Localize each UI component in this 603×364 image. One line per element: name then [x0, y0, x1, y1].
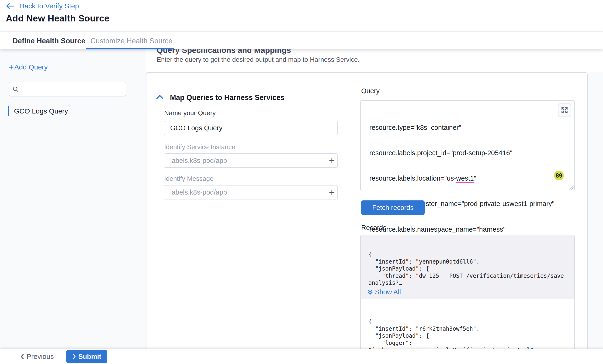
tab-customize-health-source[interactable]: Customize Health Source — [91, 32, 173, 50]
query-line: resource.labels.namespace_name="harness" — [369, 225, 554, 234]
submit-button[interactable]: Submit — [66, 350, 107, 363]
section-subtitle: Enter the query to get the desired outpu… — [157, 56, 359, 63]
tab-define-health-source[interactable]: Define Health Source — [12, 32, 85, 50]
service-instance-input[interactable] — [164, 153, 338, 168]
records-label: Records — [361, 224, 386, 232]
identify-service-instance-label: Identify Service Instance — [164, 143, 235, 151]
search-icon — [12, 86, 19, 92]
record-json: { "insertId": "yennepun0qtd6ll6", "jsonP… — [368, 251, 567, 287]
footer-bar: Previous Submit — [0, 349, 603, 364]
fetch-records-button[interactable]: Fetch records — [361, 200, 425, 215]
back-to-verify-link[interactable]: Back to Verify Step — [6, 1, 79, 11]
tab-bar: Define Health Source Customize Health So… — [0, 32, 603, 49]
chevron-up-icon[interactable] — [156, 94, 164, 101]
service-instance-plus-button[interactable]: + — [326, 153, 338, 168]
query-label: Query — [361, 87, 380, 95]
record-item: { "insertId": "r6rk2tnah3owf5eh", "jsonP… — [361, 313, 574, 349]
query-line: resource.type="k8s_container" — [369, 123, 554, 132]
section-heading: Query Specifications and Mappings — [157, 49, 291, 55]
show-all-label: Show All — [375, 288, 401, 296]
query-specifications-card: Map Queries to Harness Services Name you… — [146, 72, 588, 349]
record-item: { "insertId": "yennepun0qtd6ll6", "jsonP… — [361, 235, 574, 299]
back-link-label: Back to Verify Step — [20, 2, 79, 10]
arrow-left-icon — [6, 2, 14, 10]
search-input[interactable] — [22, 86, 120, 93]
sidebar-item-gco-logs-query[interactable]: GCO Logs Query — [0, 105, 131, 117]
message-input[interactable] — [164, 185, 338, 199]
query-search-box — [9, 82, 126, 96]
selected-query-indicator — [8, 106, 9, 116]
message-plus-button[interactable]: + — [326, 185, 338, 199]
record-json: { "insertId": "r6rk2tnah3owf5eh", "jsonP… — [368, 318, 533, 349]
submit-label: Submit — [78, 353, 101, 361]
query-line: resource.labels.project_id="prod-setup-2… — [369, 149, 554, 157]
expand-icon — [561, 106, 568, 114]
plus-icon: + — [9, 63, 14, 71]
double-chevron-down-icon — [368, 289, 373, 296]
content-area: Query Specifications and Mappings Enter … — [0, 49, 603, 349]
records-panel: { "insertId": "yennepun0qtd6ll6", "jsonP… — [360, 235, 575, 349]
query-line: resource.labels.location="us-west1" — [369, 174, 554, 182]
previous-label: Previous — [27, 353, 54, 361]
query-sidebar: + Add Query GCO Logs Query — [0, 49, 146, 349]
name-query-label: Name your Query — [164, 109, 216, 117]
map-queries-section-title: Map Queries to Harness Services — [170, 93, 284, 102]
identify-message-label: Identify Message — [164, 175, 214, 182]
chevron-left-icon — [20, 353, 24, 360]
section-heading-band: Query Specifications and Mappings Enter … — [146, 49, 603, 72]
character-count-badge: 89 — [554, 171, 564, 180]
query-name-input[interactable] — [164, 121, 338, 135]
plus-icon: + — [329, 186, 335, 198]
add-query-label: Add Query — [14, 63, 47, 71]
query-item-label: GCO Logs Query — [14, 107, 68, 115]
expand-query-button[interactable] — [558, 103, 571, 117]
add-query-button[interactable]: + Add Query — [9, 62, 48, 72]
previous-button[interactable]: Previous — [20, 349, 54, 364]
spellcheck-underline: west1 — [456, 175, 474, 183]
plus-icon: + — [329, 155, 335, 166]
page-title: Add New Health Source — [6, 13, 109, 23]
active-tab-underline — [86, 48, 174, 49]
resize-handle[interactable] — [568, 184, 574, 190]
sidebar-divider — [8, 102, 131, 102]
query-textarea[interactable]: resource.type="k8s_container" resource.l… — [360, 100, 575, 191]
show-all-link[interactable]: Show All — [368, 288, 401, 296]
chevron-right-icon — [72, 353, 76, 360]
page-header: Back to Verify Step Add New Health Sourc… — [0, 0, 603, 32]
